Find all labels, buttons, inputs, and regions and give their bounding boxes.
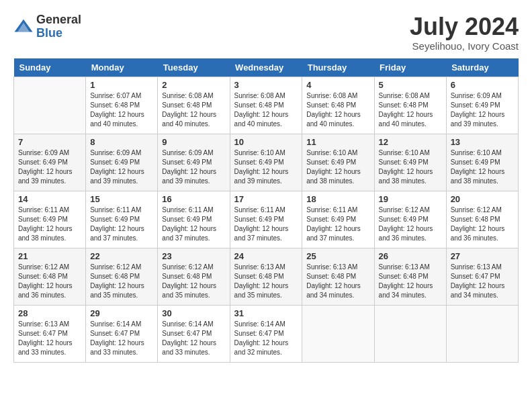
day-info: Sunrise: 6:11 AMSunset: 6:49 PMDaylight:… — [234, 205, 298, 243]
day-number: 24 — [234, 251, 298, 261]
day-number: 11 — [306, 137, 369, 147]
table-row: 6Sunrise: 6:09 AMSunset: 6:49 PMDaylight… — [446, 77, 518, 134]
table-row: 22Sunrise: 6:12 AMSunset: 6:48 PMDayligh… — [86, 248, 158, 305]
table-row: 10Sunrise: 6:10 AMSunset: 6:49 PMDayligh… — [230, 134, 302, 191]
day-number: 15 — [90, 194, 153, 204]
day-number: 30 — [162, 308, 225, 318]
table-row: 26Sunrise: 6:13 AMSunset: 6:48 PMDayligh… — [374, 248, 446, 305]
table-row: 11Sunrise: 6:10 AMSunset: 6:49 PMDayligh… — [302, 134, 374, 191]
table-row — [14, 77, 86, 134]
day-number: 1 — [90, 80, 153, 90]
table-row: 16Sunrise: 6:11 AMSunset: 6:49 PMDayligh… — [158, 191, 230, 248]
calendar-header-tuesday: Tuesday — [158, 58, 230, 77]
day-number: 3 — [234, 80, 298, 90]
day-info: Sunrise: 6:10 AMSunset: 6:49 PMDaylight:… — [451, 148, 514, 186]
day-number: 13 — [451, 137, 514, 147]
calendar-header-thursday: Thursday — [302, 58, 374, 77]
table-row — [446, 305, 518, 362]
calendar-week-row: 1Sunrise: 6:07 AMSunset: 6:48 PMDaylight… — [14, 77, 519, 134]
table-row: 31Sunrise: 6:14 AMSunset: 6:47 PMDayligh… — [230, 305, 302, 362]
day-number: 14 — [18, 194, 81, 204]
day-number: 2 — [162, 80, 225, 90]
day-info: Sunrise: 6:08 AMSunset: 6:48 PMDaylight:… — [234, 91, 298, 129]
table-row: 3Sunrise: 6:08 AMSunset: 6:48 PMDaylight… — [230, 77, 302, 134]
day-number: 6 — [451, 80, 514, 90]
table-row: 15Sunrise: 6:11 AMSunset: 6:49 PMDayligh… — [86, 191, 158, 248]
day-info: Sunrise: 6:13 AMSunset: 6:47 PMDaylight:… — [451, 263, 514, 300]
table-row: 9Sunrise: 6:09 AMSunset: 6:49 PMDaylight… — [158, 134, 230, 191]
table-row — [302, 305, 374, 362]
calendar-week-row: 21Sunrise: 6:12 AMSunset: 6:48 PMDayligh… — [14, 248, 519, 305]
day-info: Sunrise: 6:09 AMSunset: 6:49 PMDaylight:… — [451, 91, 514, 129]
day-info: Sunrise: 6:14 AMSunset: 6:47 PMDaylight:… — [234, 320, 298, 357]
table-row: 30Sunrise: 6:14 AMSunset: 6:47 PMDayligh… — [158, 305, 230, 362]
day-number: 12 — [379, 137, 442, 147]
table-row: 12Sunrise: 6:10 AMSunset: 6:49 PMDayligh… — [374, 134, 446, 191]
location-subtitle: Seyelihouo, Ivory Coast — [410, 40, 519, 52]
table-row: 25Sunrise: 6:13 AMSunset: 6:48 PMDayligh… — [302, 248, 374, 305]
day-info: Sunrise: 6:12 AMSunset: 6:49 PMDaylight:… — [379, 205, 442, 243]
month-year-title: July 2024 — [410, 13, 519, 40]
table-row — [374, 305, 446, 362]
table-row: 23Sunrise: 6:12 AMSunset: 6:48 PMDayligh… — [158, 248, 230, 305]
day-number: 18 — [306, 194, 369, 204]
table-row: 19Sunrise: 6:12 AMSunset: 6:49 PMDayligh… — [374, 191, 446, 248]
day-number: 20 — [451, 194, 514, 204]
table-row: 24Sunrise: 6:13 AMSunset: 6:48 PMDayligh… — [230, 248, 302, 305]
calendar-header-sunday: Sunday — [14, 58, 86, 77]
day-info: Sunrise: 6:11 AMSunset: 6:49 PMDaylight:… — [18, 205, 81, 243]
day-number: 23 — [162, 251, 225, 261]
table-row: 1Sunrise: 6:07 AMSunset: 6:48 PMDaylight… — [86, 77, 158, 134]
day-info: Sunrise: 6:13 AMSunset: 6:48 PMDaylight:… — [306, 263, 369, 300]
logo-general: General — [36, 13, 81, 27]
calendar-week-row: 28Sunrise: 6:13 AMSunset: 6:47 PMDayligh… — [14, 305, 519, 362]
day-info: Sunrise: 6:08 AMSunset: 6:48 PMDaylight:… — [306, 91, 369, 129]
day-info: Sunrise: 6:09 AMSunset: 6:49 PMDaylight:… — [90, 148, 153, 186]
logo-icon — [13, 17, 34, 37]
logo: General Blue — [13, 13, 81, 40]
calendar-header-wednesday: Wednesday — [230, 58, 302, 77]
calendar-header-monday: Monday — [86, 58, 158, 77]
calendar-week-row: 7Sunrise: 6:09 AMSunset: 6:49 PMDaylight… — [14, 134, 519, 191]
day-info: Sunrise: 6:12 AMSunset: 6:48 PMDaylight:… — [162, 263, 225, 300]
day-info: Sunrise: 6:12 AMSunset: 6:48 PMDaylight:… — [18, 263, 81, 300]
day-number: 29 — [90, 308, 153, 318]
day-number: 25 — [306, 251, 369, 261]
day-info: Sunrise: 6:11 AMSunset: 6:49 PMDaylight:… — [90, 205, 153, 243]
logo-text: General Blue — [36, 13, 81, 40]
table-row: 13Sunrise: 6:10 AMSunset: 6:49 PMDayligh… — [446, 134, 518, 191]
day-info: Sunrise: 6:13 AMSunset: 6:47 PMDaylight:… — [18, 320, 81, 357]
day-number: 4 — [306, 80, 369, 90]
day-info: Sunrise: 6:10 AMSunset: 6:49 PMDaylight:… — [306, 148, 369, 186]
day-number: 9 — [162, 137, 225, 147]
day-info: Sunrise: 6:08 AMSunset: 6:48 PMDaylight:… — [379, 91, 442, 129]
day-number: 17 — [234, 194, 298, 204]
day-info: Sunrise: 6:10 AMSunset: 6:49 PMDaylight:… — [379, 148, 442, 186]
table-row: 27Sunrise: 6:13 AMSunset: 6:47 PMDayligh… — [446, 248, 518, 305]
day-info: Sunrise: 6:11 AMSunset: 6:49 PMDaylight:… — [306, 205, 369, 243]
logo-blue: Blue — [36, 27, 81, 40]
table-row: 17Sunrise: 6:11 AMSunset: 6:49 PMDayligh… — [230, 191, 302, 248]
day-info: Sunrise: 6:08 AMSunset: 6:48 PMDaylight:… — [162, 91, 225, 129]
day-number: 5 — [379, 80, 442, 90]
table-row: 7Sunrise: 6:09 AMSunset: 6:49 PMDaylight… — [14, 134, 86, 191]
table-row: 4Sunrise: 6:08 AMSunset: 6:48 PMDaylight… — [302, 77, 374, 134]
day-info: Sunrise: 6:14 AMSunset: 6:47 PMDaylight:… — [90, 320, 153, 357]
calendar-table: SundayMondayTuesdayWednesdayThursdayFrid… — [13, 58, 519, 363]
table-row: 20Sunrise: 6:12 AMSunset: 6:48 PMDayligh… — [446, 191, 518, 248]
day-info: Sunrise: 6:13 AMSunset: 6:48 PMDaylight:… — [379, 263, 442, 300]
table-row: 21Sunrise: 6:12 AMSunset: 6:48 PMDayligh… — [14, 248, 86, 305]
day-number: 28 — [18, 308, 81, 318]
table-row: 18Sunrise: 6:11 AMSunset: 6:49 PMDayligh… — [302, 191, 374, 248]
day-info: Sunrise: 6:07 AMSunset: 6:48 PMDaylight:… — [90, 91, 153, 129]
day-info: Sunrise: 6:12 AMSunset: 6:48 PMDaylight:… — [451, 205, 514, 243]
day-number: 26 — [379, 251, 442, 261]
calendar-header-saturday: Saturday — [446, 58, 518, 77]
table-row: 2Sunrise: 6:08 AMSunset: 6:48 PMDaylight… — [158, 77, 230, 134]
day-number: 10 — [234, 137, 298, 147]
day-info: Sunrise: 6:11 AMSunset: 6:49 PMDaylight:… — [162, 205, 225, 243]
day-number: 16 — [162, 194, 225, 204]
day-number: 31 — [234, 308, 298, 318]
day-number: 21 — [18, 251, 81, 261]
day-info: Sunrise: 6:09 AMSunset: 6:49 PMDaylight:… — [18, 148, 81, 186]
